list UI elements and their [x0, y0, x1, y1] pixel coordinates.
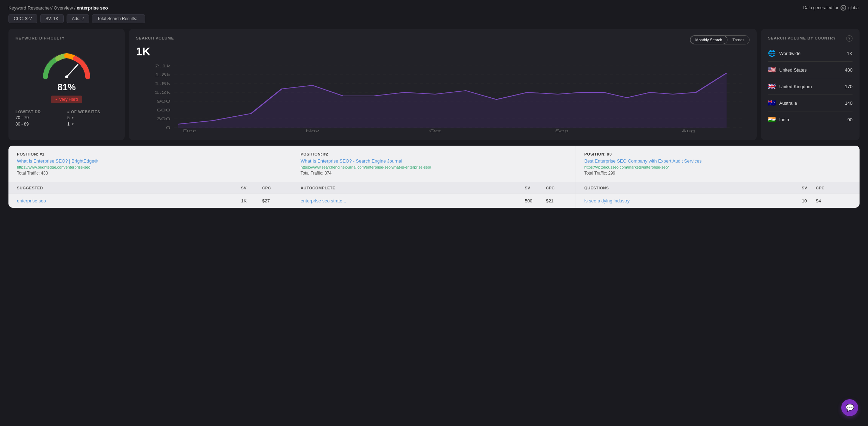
- pos-url-2: https://www.searchenginejournal.com/ente…: [300, 165, 567, 169]
- gauge-svg: [38, 45, 95, 80]
- suggested-header: SUGGESTED SV CPC: [8, 182, 292, 194]
- help-icon[interactable]: ?: [846, 35, 852, 42]
- pos-label-3: POSITION: #3: [584, 152, 851, 156]
- dr-arrow-0: ▼: [71, 116, 74, 120]
- pos-title-3[interactable]: Best Enterprise SEO Company with Expert …: [584, 158, 851, 164]
- pos-url-1: https://www.brightedge.com/enterprise-se…: [17, 165, 283, 169]
- country-val-1: 480: [845, 67, 852, 73]
- suggested-cpc-0: $27: [262, 198, 283, 203]
- country-row-1: 🇺🇸 United States 480: [768, 62, 852, 78]
- country-list: 🌐 Worldwide 1K 🇺🇸 United States 480 🇬🇧 U…: [768, 45, 852, 128]
- pos-title-2[interactable]: What Is Enterprise SEO? - Search Engine …: [300, 158, 567, 164]
- lowest-dr-label: LOWEST DR: [16, 110, 66, 114]
- chart-svg: 2.1k 1.8k 1.5k 1.2k 900 600 300 0 Dec 20…: [136, 62, 750, 133]
- svg-text:2.1k: 2.1k: [155, 64, 171, 68]
- questions-col-cpc: CPC: [816, 186, 830, 190]
- pos-title-1[interactable]: What is Enterprise SEO? | BrightEdge®: [17, 158, 283, 164]
- svg-text:2021: 2021: [680, 133, 697, 133]
- flag-uk: 🇬🇧: [768, 83, 776, 90]
- dr-row-0-count: 5 ▼: [67, 115, 118, 120]
- position-card-1: POSITION: #1 What is Enterprise SEO? | B…: [8, 146, 292, 182]
- country-row-0: 🌐 Worldwide 1K: [768, 45, 852, 62]
- questions-col-empty: [830, 186, 851, 190]
- dr-arrow-1: ▼: [71, 122, 74, 126]
- suggested-col-1: SV: [241, 186, 262, 190]
- country-row-4: 🇮🇳 India 90: [768, 111, 852, 128]
- autocomplete-cpc-0: $21: [546, 198, 567, 203]
- country-name-3: Australia: [779, 101, 797, 106]
- autocomplete-sv-0: 500: [525, 198, 546, 203]
- flag-worldwide: 🌐: [768, 49, 776, 57]
- chart-area: 2.1k 1.8k 1.5k 1.2k 900 600 300 0 Dec 20…: [136, 62, 750, 133]
- questions-col-sv: SV: [802, 186, 816, 190]
- kd-title: KEYWORD DIFFICULTY: [16, 36, 118, 40]
- autocomplete-col-0: AUTOCOMPLETE: [300, 186, 525, 190]
- metrics-row: CPC: $27 SV: 1K Ads: 2 Total Search Resu…: [0, 14, 868, 29]
- svg-text:2017: 2017: [181, 133, 198, 133]
- autocomplete-kw-0[interactable]: enterprise seo strate...: [300, 198, 525, 203]
- pos-label-2: POSITION: #2: [300, 152, 567, 156]
- svg-text:0: 0: [166, 126, 170, 130]
- svg-text:300: 300: [156, 117, 170, 121]
- pos-label-1: POSITION: #1: [17, 152, 283, 156]
- breadcrumb: Keyword Researcher/ Overview / enterpris…: [8, 5, 108, 11]
- questions-kw-0[interactable]: is seo a dying industry: [584, 198, 802, 203]
- sv-badge: SV: 1K: [40, 14, 64, 23]
- ads-badge: Ads: 2: [67, 14, 89, 23]
- questions-sv-0: 10: [802, 198, 816, 203]
- data-label: Data generated for: [803, 5, 838, 10]
- svg-text:2018: 2018: [304, 133, 321, 133]
- questions-row-0: is seo a dying industry 10 $4: [576, 194, 860, 208]
- breadcrumb-keyword: enterprise seo: [77, 5, 108, 11]
- suggested-section: SUGGESTED SV CPC enterprise seo 1K $27: [8, 182, 292, 208]
- tab-trends[interactable]: Trends: [727, 36, 749, 44]
- bottom-section: POSITION: #1 What is Enterprise SEO? | B…: [8, 146, 860, 208]
- questions-cpc-0: $4: [816, 198, 830, 203]
- svg-point-1: [65, 75, 68, 78]
- dr-row-1-range: 80 - 89: [16, 122, 66, 127]
- top-bar: Keyword Researcher/ Overview / enterpris…: [0, 0, 868, 14]
- svg-text:1.8k: 1.8k: [155, 73, 171, 77]
- country-val-4: 90: [848, 117, 852, 122]
- country-row-2: 🇬🇧 United Kingdom 170: [768, 78, 852, 95]
- pos-traffic-3: Total Traffic: 299: [584, 171, 851, 176]
- gauge-container: 81% Very Hard: [16, 45, 118, 103]
- svg-text:1.5k: 1.5k: [155, 81, 171, 86]
- panels-row: KEYWORD DIFFICULTY 81% Very Hard: [0, 29, 868, 146]
- tab-toggle[interactable]: Monthly Search Trends: [690, 35, 750, 44]
- country-name-4: India: [779, 117, 789, 122]
- data-source: Data generated for ⊕ global: [803, 5, 860, 11]
- country-val-3: 140: [845, 101, 852, 106]
- flag-au: 🇦🇺: [768, 99, 776, 107]
- country-title: SEARCH VOLUME BY COUNTRY: [768, 36, 852, 40]
- sv-number: 1K: [136, 45, 750, 58]
- svg-text:2020: 2020: [553, 133, 570, 133]
- autocomplete-col-1: SV: [525, 186, 546, 190]
- suggested-row-0: enterprise seo 1K $27: [8, 194, 292, 208]
- suggested-kw-0[interactable]: enterprise seo: [17, 198, 241, 203]
- svg-text:2019: 2019: [427, 133, 444, 133]
- country-row-3: 🇦🇺 Australia 140: [768, 95, 852, 111]
- total-results-badge: Total Search Results: -: [92, 14, 145, 23]
- websites-label: # OF WEBSITES: [67, 110, 118, 114]
- svg-marker-18: [178, 73, 727, 128]
- chat-icon: 💬: [845, 403, 854, 412]
- autocomplete-row-0: enterprise seo strate... 500 $21: [292, 194, 575, 208]
- country-val-0: 1K: [847, 51, 852, 56]
- autocomplete-section: AUTOCOMPLETE SV CPC enterprise seo strat…: [292, 182, 576, 208]
- chat-bubble[interactable]: 💬: [841, 399, 858, 416]
- dr-row-1-count: 1 ▼: [67, 122, 118, 127]
- kw-tables-row: SUGGESTED SV CPC enterprise seo 1K $27 A…: [8, 182, 860, 208]
- country-val-2: 170: [845, 84, 852, 89]
- country-name-1: United States: [779, 67, 807, 73]
- questions-section: QUESTIONS SV CPC is seo a dying industry…: [576, 182, 860, 208]
- dr-row-0-range: 70 - 79: [16, 115, 66, 120]
- svg-line-0: [67, 65, 78, 77]
- svg-text:900: 900: [156, 99, 170, 103]
- tab-monthly-search[interactable]: Monthly Search: [690, 36, 727, 44]
- suggested-col-2: CPC: [262, 186, 283, 190]
- country-panel: SEARCH VOLUME BY COUNTRY ? 🌐 Worldwide 1…: [761, 29, 860, 140]
- cpc-badge: CPC: $27: [8, 14, 37, 23]
- questions-col-0: QUESTIONS: [584, 186, 802, 190]
- suggested-col-0: SUGGESTED: [17, 186, 241, 190]
